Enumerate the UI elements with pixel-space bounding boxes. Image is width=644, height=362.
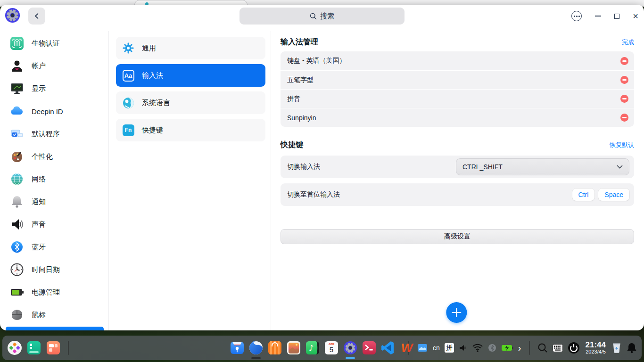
sidebar-item-label: 默认程序 <box>32 130 60 139</box>
section-title-shortcuts: 快捷键 <box>281 140 303 150</box>
bluetooth-icon <box>10 240 24 254</box>
remove-button[interactable] <box>620 114 628 122</box>
sidebar-item-bluetooth[interactable]: 蓝牙 <box>0 236 108 258</box>
tab-input-method[interactable]: Aa 输入法 <box>116 64 265 87</box>
volume-icon[interactable] <box>459 344 467 352</box>
sidebar-item-label: 电源管理 <box>32 288 60 297</box>
browser-icon[interactable] <box>248 340 264 355</box>
file-manager-icon[interactable] <box>230 340 245 355</box>
search-input[interactable]: 搜索 <box>239 8 405 25</box>
sidebar-selected-item-peek[interactable] <box>6 327 104 330</box>
clock-time: 21:44 <box>586 341 606 349</box>
restore-defaults-link[interactable]: 恢复默认 <box>610 141 634 149</box>
sidebar-item-label: 通知 <box>32 197 46 206</box>
switch-to-first-row: 切换至首位输入法 Ctrl Space <box>281 183 634 206</box>
music-icon[interactable]: ♪ <box>305 340 320 355</box>
tray-expand-chevron[interactable]: › <box>518 344 521 352</box>
sidebar-item-mouse[interactable]: 鼠标 <box>0 304 108 326</box>
add-input-method-button[interactable] <box>446 302 467 323</box>
remove-button[interactable] <box>620 76 628 84</box>
shutdown-icon[interactable] <box>568 342 580 354</box>
sidebar: 生物认证 帐户 显示 <box>0 31 109 330</box>
minimize-button[interactable] <box>595 16 601 16</box>
done-link[interactable]: 完成 <box>622 38 634 47</box>
search-icon <box>310 13 317 20</box>
switch-input-method-label: 切换输入法 <box>287 163 320 171</box>
sidebar-item-biometrics[interactable]: 生物认证 <box>0 32 108 55</box>
svg-text:♪: ♪ <box>309 343 314 353</box>
calendar-icon[interactable]: APR 5 <box>324 340 339 355</box>
sidebar-item-network[interactable]: 网络 <box>0 168 108 190</box>
tab-general[interactable]: 通用 <box>116 37 265 59</box>
input-method-row[interactable]: 拼音 <box>281 89 634 108</box>
sidebar-item-label: 时间日期 <box>32 265 60 274</box>
sidebar-item-label: 生物认证 <box>32 39 60 48</box>
section-title-im-management: 输入法管理 <box>281 37 318 47</box>
running-indicator <box>251 357 261 359</box>
selected-shortcut-value: CTRL_SHIFT <box>462 163 503 171</box>
input-method-list: 键盘 - 英语（美国） 五笔字型 拼音 Sunpinyin <box>281 51 634 127</box>
sidebar-item-power[interactable]: 电源管理 <box>0 281 108 304</box>
input-method-row[interactable]: 五笔字型 <box>281 70 634 89</box>
clock[interactable]: 21:44 2023/4/5 <box>586 341 606 354</box>
window-menu-button[interactable] <box>571 11 582 21</box>
wifi-icon[interactable] <box>472 344 483 352</box>
vscode-icon[interactable] <box>380 340 396 355</box>
power-icon <box>10 285 24 299</box>
sidebar-item-notification[interactable]: 通知 <box>0 190 108 213</box>
back-button[interactable] <box>28 8 45 25</box>
photo-album-icon[interactable] <box>286 340 301 355</box>
tab-shortcuts[interactable]: Fn 快捷键 <box>116 119 265 141</box>
search-tray-icon[interactable] <box>537 343 548 353</box>
sidebar-item-sound[interactable]: 声音 <box>0 213 108 236</box>
subcategory-panel: 通用 Aa 输入法 系统语言 <box>109 31 271 330</box>
tab-label: 输入法 <box>142 71 163 80</box>
battery-icon[interactable] <box>501 344 513 352</box>
maximize-button[interactable] <box>614 14 619 19</box>
bluetooth-tray-icon[interactable] <box>488 344 496 352</box>
advanced-settings-button[interactable]: 高级设置 <box>281 229 634 244</box>
notification-center-icon[interactable] <box>627 342 637 354</box>
input-method-row[interactable]: Sunpinyin <box>281 108 634 127</box>
titlebar: 搜索 × <box>0 5 644 31</box>
sidebar-item-default-apps[interactable]: 默认程序 <box>0 123 108 145</box>
tab-system-language[interactable]: 系统语言 <box>116 91 265 114</box>
fingerprint-icon <box>10 36 24 50</box>
tab-label: 通用 <box>142 44 156 53</box>
svg-text:W: W <box>401 341 414 355</box>
chevron-down-icon <box>617 165 623 169</box>
search-placeholder: 搜索 <box>320 12 334 21</box>
app-store-icon[interactable] <box>267 340 282 355</box>
close-button[interactable]: × <box>633 12 638 20</box>
screen-capture-tray-icon[interactable] <box>417 342 428 354</box>
sidebar-item-deepin-id[interactable]: Deepin ID <box>0 100 108 123</box>
input-method-name: 拼音 <box>287 95 300 103</box>
remove-button[interactable] <box>620 95 628 103</box>
switch-to-first-label: 切换至首位输入法 <box>287 190 340 199</box>
sidebar-item-accounts[interactable]: 帐户 <box>0 55 108 77</box>
trash-icon[interactable] <box>611 342 622 354</box>
sidebar-item-display[interactable]: 显示 <box>0 77 108 100</box>
ime-indicator[interactable]: 拼 <box>445 343 454 353</box>
app-grid-icon[interactable] <box>46 340 61 355</box>
tray-divider <box>529 341 530 355</box>
input-method-row[interactable]: 键盘 - 英语（美国） <box>281 51 634 70</box>
tab-label: 快捷键 <box>142 126 163 135</box>
remove-button[interactable] <box>620 57 628 65</box>
chevron-left-icon <box>34 13 39 19</box>
multitasking-view-icon[interactable] <box>26 340 41 355</box>
keyboard-layout-indicator[interactable]: cn <box>433 344 440 352</box>
terminal-icon[interactable] <box>362 340 377 355</box>
control-center-taskbar-icon[interactable] <box>343 340 358 355</box>
wps-icon[interactable]: W <box>399 340 414 355</box>
mouse-icon <box>10 308 24 322</box>
sidebar-item-label: 声音 <box>32 220 46 229</box>
tab-label: 系统语言 <box>142 99 170 107</box>
launcher-icon[interactable] <box>7 340 22 355</box>
input-method-name: Sunpinyin <box>287 114 316 122</box>
switch-input-method-select[interactable]: CTRL_SHIFT <box>456 158 629 175</box>
sidebar-item-datetime[interactable]: 时间日期 <box>0 258 108 281</box>
onscreen-keyboard-icon[interactable] <box>553 344 563 352</box>
active-indicator <box>346 357 355 359</box>
sidebar-item-personalization[interactable]: 个性化 <box>0 145 108 168</box>
